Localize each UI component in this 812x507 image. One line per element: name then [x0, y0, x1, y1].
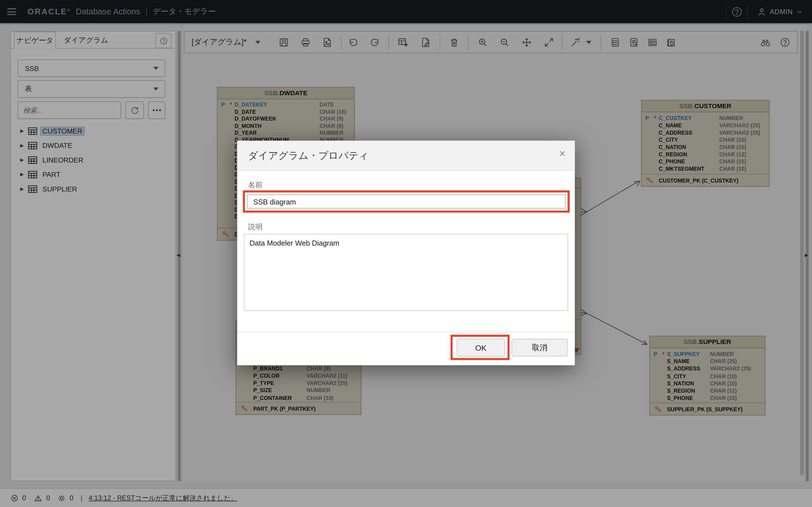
ok-button[interactable]: OK — [457, 339, 505, 356]
dialog-header: ダイアグラム・プロパティ × — [237, 141, 575, 171]
cancel-button[interactable]: 取消 — [512, 339, 567, 356]
description-label: 説明 — [248, 223, 262, 232]
diagram-properties-dialog: ダイアグラム・プロパティ × 名前 説明 Data Modeler Web Di… — [237, 141, 575, 365]
close-icon[interactable]: × — [559, 148, 566, 159]
dialog-footer-divider — [237, 332, 575, 332]
diagram-name-input[interactable] — [247, 194, 566, 209]
diagram-description-textarea[interactable]: Data Modeler Web Diagram — [244, 234, 568, 311]
name-label: 名前 — [248, 180, 262, 190]
dialog-title: ダイアグラム・プロパティ — [248, 141, 369, 171]
